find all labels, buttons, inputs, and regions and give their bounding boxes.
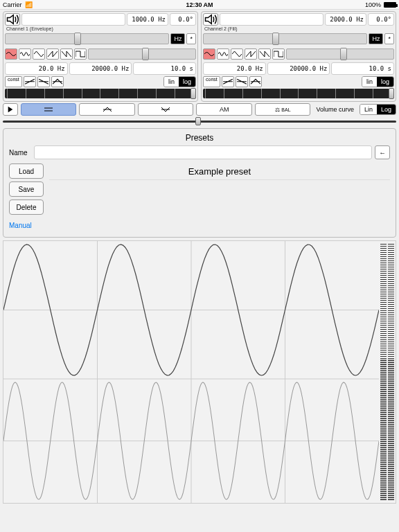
coarse-slider-ch1[interactable] xyxy=(5,33,169,44)
speaker-icon xyxy=(204,12,218,26)
volume-slider-ch2[interactable] xyxy=(203,89,394,98)
battery-icon xyxy=(384,2,396,8)
wave-sine2-ch1[interactable] xyxy=(19,48,31,60)
battery-label: 100% xyxy=(365,1,381,8)
freq-value-ch2[interactable]: 2000.0 Hz xyxy=(325,13,366,26)
sweep-up-ch1[interactable] xyxy=(24,76,36,87)
load-button[interactable]: Load xyxy=(9,163,44,179)
carrier-label: Carrier xyxy=(3,1,22,8)
saw-down-icon xyxy=(62,51,71,57)
saw-up-icon xyxy=(246,51,256,57)
preset-name-input[interactable] xyxy=(34,145,372,159)
unit-hz-ch2[interactable]: Hz xyxy=(369,33,383,44)
mix-mode-2[interactable] xyxy=(79,103,134,116)
square-icon xyxy=(274,51,283,57)
lo-freq-ch2[interactable]: 20.0 Hz xyxy=(203,62,266,75)
channel-2: 2000.0 Hz 0.0° Channel 2 (Fill) Hz * 20.… xyxy=(201,11,396,102)
unit-alt-ch1[interactable]: * xyxy=(186,33,196,44)
vol-lin[interactable]: Lin xyxy=(360,105,377,114)
triangle-icon xyxy=(34,51,44,57)
duration-ch1[interactable]: 10.0 s xyxy=(133,62,196,75)
sine-double-icon xyxy=(218,51,228,57)
log-option-ch2[interactable]: log xyxy=(377,77,393,87)
wave-mod-slider-ch2[interactable] xyxy=(286,48,394,60)
sweep-up-icon xyxy=(222,78,233,85)
channels-row: 1000.0 Hz 0.0° Channel 1 (Envelope) Hz *… xyxy=(0,10,399,103)
wave-sine-ch2[interactable] xyxy=(203,48,215,60)
speaker-button-ch1[interactable] xyxy=(5,13,20,26)
wave-sawdown-ch2[interactable] xyxy=(258,48,271,60)
save-button[interactable]: Save xyxy=(9,181,44,197)
master-slider[interactable] xyxy=(3,117,396,125)
status-time: 12:30 AM xyxy=(186,1,213,8)
mix-mode-bal[interactable]: ⚖ BAL xyxy=(255,103,310,116)
sweep-up-icon xyxy=(24,78,35,85)
sweep-down-icon xyxy=(236,78,247,85)
mix-mode-1[interactable] xyxy=(21,103,76,116)
unit-alt-ch2[interactable]: * xyxy=(384,33,394,44)
freq-value-ch1[interactable]: 1000.0 Hz xyxy=(127,13,168,26)
lin-option-ch2[interactable]: lin xyxy=(362,77,377,87)
wave-sawdown-ch1[interactable] xyxy=(60,48,73,60)
duration-ch2[interactable]: 10.0 s xyxy=(331,62,394,75)
wifi-icon: 📶 xyxy=(25,1,33,8)
square-icon xyxy=(76,51,85,57)
mix-mode-am[interactable]: AM xyxy=(196,103,251,116)
preset-list[interactable]: Example preset xyxy=(49,163,390,233)
wave-mod-slider-ch1[interactable] xyxy=(88,48,196,60)
sweep-both-icon xyxy=(250,78,261,85)
status-bar: Carrier 📶 12:30 AM 100% xyxy=(0,0,399,10)
volume-curve-toggle[interactable]: Lin Log xyxy=(360,104,396,115)
play-button[interactable] xyxy=(3,103,18,116)
arrow-left-icon: ← xyxy=(379,149,386,157)
balance-icon: ⚖ xyxy=(275,107,280,113)
saw-up-icon xyxy=(48,51,57,57)
saw-down-icon xyxy=(260,51,269,57)
freq-slider-ch1[interactable] xyxy=(21,13,125,26)
coarse-slider-ch2[interactable] xyxy=(203,33,367,44)
scale-toggle-ch1[interactable]: lin log xyxy=(163,76,196,87)
wave-sine2-ch2[interactable] xyxy=(217,48,229,60)
lo-freq-ch1[interactable]: 20.0 Hz xyxy=(5,62,68,75)
hi-freq-ch2[interactable]: 20000.0 Hz xyxy=(267,62,330,75)
log-option-ch1[interactable]: log xyxy=(179,77,195,87)
channel-2-label: Channel 2 (Fill) xyxy=(203,26,394,32)
phase-value-ch1[interactable]: 0.0° xyxy=(170,13,196,26)
const-button-ch2[interactable]: const xyxy=(203,76,220,87)
scale-toggle-ch2[interactable]: lin log xyxy=(362,76,394,87)
speaker-icon xyxy=(6,12,19,26)
delete-button[interactable]: Delete xyxy=(9,200,44,215)
sweep-both-ch2[interactable] xyxy=(249,76,262,87)
volume-curve-label: Volume curve xyxy=(313,106,357,113)
unit-hz-ch1[interactable]: Hz xyxy=(170,33,185,44)
sweep-up-ch2[interactable] xyxy=(222,76,234,87)
wave-sine-ch1[interactable] xyxy=(5,48,17,60)
meter-right xyxy=(388,244,394,500)
wave-square-ch1[interactable] xyxy=(74,48,87,60)
preset-back-button[interactable]: ← xyxy=(375,145,390,159)
wave-triangle-ch1[interactable] xyxy=(33,48,45,60)
speaker-button-ch2[interactable] xyxy=(203,13,218,26)
vol-log[interactable]: Log xyxy=(377,105,396,114)
hi-freq-ch1[interactable]: 20000.0 Hz xyxy=(69,62,132,75)
freq-slider-ch2[interactable] xyxy=(220,13,323,26)
preset-item-example[interactable]: Example preset xyxy=(49,163,390,180)
wave-sawup-ch1[interactable] xyxy=(46,48,59,60)
const-button-ch1[interactable]: const xyxy=(5,76,22,87)
level-meters xyxy=(379,241,396,503)
wave-sawup-ch2[interactable] xyxy=(245,48,257,60)
mix-mode-3[interactable] xyxy=(138,103,193,116)
overlap-icon xyxy=(102,106,113,113)
sweep-down-ch1[interactable] xyxy=(37,76,50,87)
sweep-down-ch2[interactable] xyxy=(236,76,248,87)
sweep-down-icon xyxy=(38,78,49,85)
play-icon xyxy=(7,106,14,113)
mixer-toolbar: AM ⚖ BAL Volume curve Lin Log xyxy=(0,103,399,116)
manual-link[interactable]: Manual xyxy=(9,218,44,233)
wave-square-ch2[interactable] xyxy=(272,48,285,60)
sweep-both-ch1[interactable] xyxy=(51,76,64,87)
wave-triangle-ch2[interactable] xyxy=(231,48,243,60)
lin-option-ch1[interactable]: lin xyxy=(164,77,179,87)
phase-value-ch2[interactable]: 0.0° xyxy=(368,13,394,26)
volume-slider-ch1[interactable] xyxy=(5,89,196,98)
